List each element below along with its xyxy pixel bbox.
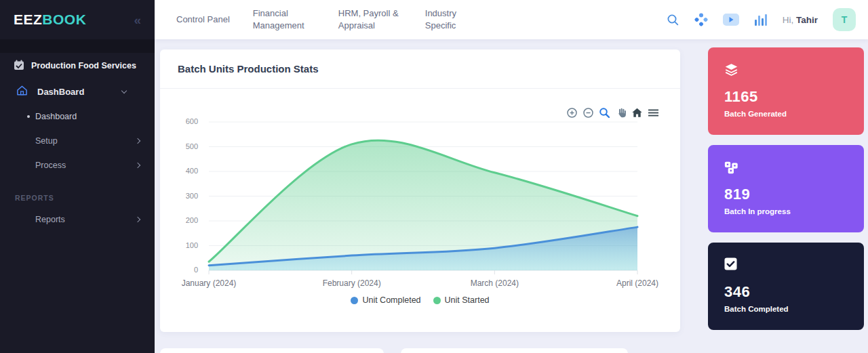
dice-icon bbox=[724, 160, 848, 175]
legend-label: Unit Started bbox=[445, 295, 490, 305]
stat-card-batch-completed: 346 Batch Completed bbox=[708, 243, 864, 330]
greeting-prefix: Hi, bbox=[783, 15, 794, 25]
apps-grid-icon[interactable] bbox=[694, 13, 708, 26]
sidebar: EEZBOOK « Production Food Services DashB… bbox=[0, 0, 155, 353]
app-window: EEZBOOK « Production Food Services DashB… bbox=[0, 0, 868, 353]
legend-label: Unit Completed bbox=[362, 295, 420, 305]
sidebar-subitem-dashboard[interactable]: Dashboard bbox=[0, 104, 155, 129]
legend-item[interactable]: Unit Completed bbox=[351, 295, 420, 305]
subitem-process-label: Process bbox=[35, 161, 66, 170]
reports-label: Reports bbox=[35, 215, 65, 224]
partial-card bbox=[160, 348, 384, 353]
chart-plot-area[interactable] bbox=[187, 117, 662, 275]
x-tick-label: March (2024) bbox=[471, 278, 519, 288]
legend-item[interactable]: Unit Started bbox=[433, 295, 490, 305]
stat-label: Batch Completed bbox=[724, 305, 848, 313]
x-tick-label: January (2024) bbox=[182, 278, 237, 288]
sidebar-subitem-process[interactable]: Process bbox=[0, 153, 155, 178]
nav-hrm-payroll[interactable]: HRM, Payroll & Appraisal bbox=[338, 7, 402, 31]
nav-industry-specific[interactable]: Industry Specific bbox=[425, 7, 469, 31]
user-greeting: Hi, Tahir bbox=[783, 15, 818, 25]
app-logo[interactable]: EEZBOOK bbox=[14, 12, 86, 28]
nav-financial-management[interactable]: Financial Management bbox=[253, 7, 315, 31]
search-icon[interactable] bbox=[667, 14, 679, 26]
chevron-right-icon bbox=[135, 138, 140, 144]
subitem-dashboard-label: Dashboard bbox=[35, 112, 77, 121]
main-content: Batch Units Production Stats 01002003004… bbox=[155, 39, 868, 353]
stat-label: Batch In progress bbox=[724, 207, 848, 215]
sidebar-collapse-icon[interactable]: « bbox=[134, 14, 141, 26]
sidebar-subitem-setup[interactable]: Setup bbox=[0, 129, 155, 153]
stat-value: 346 bbox=[724, 283, 848, 301]
stat-value: 819 bbox=[724, 186, 848, 203]
sidebar-section-reports: REPORTS bbox=[15, 194, 155, 202]
x-tick-label: April (2024) bbox=[616, 278, 658, 288]
stat-card-batch-generated: 1165 Batch Generated bbox=[708, 47, 864, 135]
logo-text-accent: BOOK bbox=[42, 12, 86, 27]
stat-value: 1165 bbox=[724, 88, 848, 106]
video-play-icon[interactable] bbox=[723, 14, 739, 26]
sidebar-item-dashboard-parent[interactable]: DashBoard bbox=[0, 79, 155, 104]
check-square-icon bbox=[724, 257, 848, 272]
sidebar-dashboard-label: DashBoard bbox=[37, 87, 84, 97]
chevron-right-icon bbox=[135, 217, 140, 222]
chevron-down-icon bbox=[121, 87, 127, 93]
workspace-label: Production Food Services bbox=[31, 61, 136, 70]
legend-marker-icon bbox=[433, 297, 441, 304]
chevron-right-icon bbox=[135, 163, 140, 168]
sidebar-divider bbox=[0, 39, 155, 53]
chart-legend: Unit CompletedUnit Started bbox=[160, 295, 680, 305]
top-nav: Control Panel Financial Management HRM, … bbox=[155, 7, 469, 31]
layers-icon bbox=[724, 62, 848, 77]
sidebar-item-reports[interactable]: Reports bbox=[0, 207, 155, 232]
stat-card-batch-in-progress: 819 Batch In progress bbox=[708, 145, 864, 232]
chart-title: Batch Units Production Stats bbox=[178, 63, 319, 75]
production-stats-card: Batch Units Production Stats 01002003004… bbox=[160, 49, 680, 332]
logo-text-primary: EEZ bbox=[14, 12, 42, 27]
nav-control-panel[interactable]: Control Panel bbox=[176, 14, 230, 26]
user-name: Tahir bbox=[796, 15, 818, 25]
x-tick-label: February (2024) bbox=[323, 278, 381, 288]
bullet-icon bbox=[27, 115, 30, 118]
subitem-setup-label: Setup bbox=[35, 136, 58, 146]
stats-bars-icon[interactable] bbox=[754, 13, 768, 26]
avatar[interactable]: T bbox=[833, 8, 856, 31]
sidebar-item-workspace[interactable]: Production Food Services bbox=[0, 53, 155, 79]
stat-label: Batch Generated bbox=[724, 110, 848, 118]
home-icon bbox=[16, 85, 28, 98]
topbar: Control Panel Financial Management HRM, … bbox=[155, 0, 868, 39]
calendar-check-icon bbox=[14, 60, 24, 72]
partial-card bbox=[401, 348, 628, 353]
legend-marker-icon bbox=[351, 297, 358, 304]
